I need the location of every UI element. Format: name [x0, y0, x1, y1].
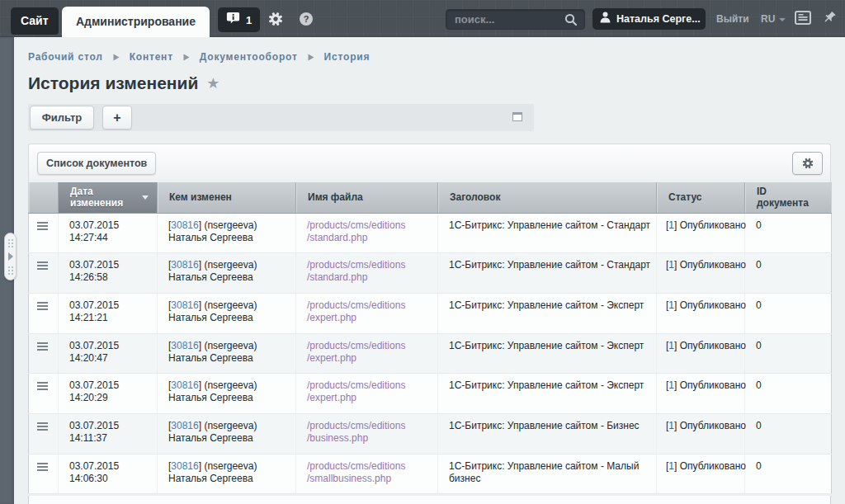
- status-cell: [1] Опубликовано: [657, 213, 745, 253]
- file-path-link[interactable]: /products/cms/editions/expert.php: [307, 340, 405, 365]
- user-id-link[interactable]: 30816: [171, 460, 198, 472]
- breadcrumb-arrow-icon: [183, 54, 190, 61]
- title-cell: 1С-Битрикс: Управление сайтом - Стандарт: [438, 253, 657, 294]
- expand-arrow-icon: [8, 252, 13, 261]
- date-cell: 03.07.201514:20:29: [59, 374, 158, 414]
- status-cell: [1] Опубликовано: [657, 374, 745, 414]
- row-actions-cell: [29, 374, 59, 414]
- user-menu-button[interactable]: Наталья Серге...: [592, 8, 706, 30]
- user-id-link[interactable]: 30816: [171, 299, 198, 311]
- file-path-link[interactable]: /products/cms/editions/expert.php: [307, 379, 405, 404]
- table-row: 03.07.201514:20:47[30816] (nsergeeva)Нат…: [29, 333, 832, 374]
- editor-cell: [30816] (nsergeeva)Наталья Сергеева: [158, 293, 296, 333]
- file-cell: /products/cms/editions/expert.php: [296, 293, 438, 333]
- user-name: Наталья Серге...: [616, 13, 701, 25]
- grid-settings-button[interactable]: [792, 152, 823, 175]
- date-cell: 03.07.201514:27:44: [59, 213, 158, 253]
- column-header-status[interactable]: Статус: [657, 182, 745, 213]
- table-row: 03.07.201514:26:58[30816] (nsergeeva)Нат…: [29, 253, 832, 294]
- favorite-star-icon[interactable]: ★: [206, 74, 220, 92]
- status-cell: [1] Опубликовано: [657, 293, 745, 333]
- editor-cell: [30816] (nsergeeva)Наталья Сергеева: [158, 413, 296, 454]
- title-cell: 1С-Битрикс: Управление сайтом - Стандарт: [438, 213, 657, 253]
- row-menu-icon[interactable]: [37, 342, 48, 351]
- pin-icon[interactable]: [822, 10, 838, 29]
- breadcrumb-arrow-icon: [308, 54, 314, 61]
- row-menu-icon[interactable]: [37, 261, 48, 270]
- title-cell: 1С-Битрикс: Управление сайтом - Эксперт: [438, 333, 657, 374]
- search-icon[interactable]: [564, 13, 578, 30]
- user-id-link[interactable]: 30816: [171, 259, 198, 271]
- doc-id-cell: 0: [745, 293, 832, 333]
- desktop-panel-icon[interactable]: [795, 11, 811, 28]
- breadcrumb-item[interactable]: История: [324, 51, 371, 63]
- doc-id-cell: 0: [745, 413, 832, 454]
- sort-desc-icon: [142, 195, 149, 200]
- view-tab-document-list[interactable]: Список документов: [37, 152, 156, 175]
- file-path-link[interactable]: /products/cms/editions/smallbusiness.php: [307, 460, 405, 485]
- row-actions-cell: [29, 413, 59, 454]
- column-header-file[interactable]: Имя файла: [296, 182, 438, 213]
- page-title: История изменений: [28, 74, 198, 92]
- breadcrumb: Рабочий столКонтентДокументооборотИстори…: [28, 51, 370, 63]
- file-path-link[interactable]: /products/cms/editions/business.php: [307, 420, 405, 445]
- svg-text:?: ?: [304, 14, 309, 24]
- date-cell: 03.07.201514:11:37: [59, 413, 158, 454]
- tab-administration[interactable]: Администрирование: [62, 7, 210, 37]
- collapsed-sidebar: [0, 37, 14, 504]
- status-cell: [1] Опубликовано: [657, 454, 745, 494]
- add-filter-button[interactable]: +: [102, 106, 132, 130]
- editor-cell: [30816] (nsergeeva)Наталья Сергеева: [158, 253, 296, 294]
- user-id-link[interactable]: 30816: [171, 219, 198, 231]
- sidebar-expand-handle[interactable]: [4, 233, 17, 280]
- file-cell: /products/cms/editions/standard.php: [296, 253, 438, 294]
- breadcrumb-item[interactable]: Документооборот: [200, 51, 298, 63]
- doc-id-cell: 0: [745, 213, 832, 253]
- column-header-editor[interactable]: Кем изменен: [158, 182, 296, 213]
- status-cell: [1] Опубликовано: [657, 253, 745, 294]
- column-header-date[interactable]: Дата изменения: [59, 182, 158, 213]
- table-row: 03.07.201514:27:44[30816] (nsergeeva)Нат…: [29, 213, 832, 253]
- search-input[interactable]: [455, 10, 562, 29]
- file-path-link[interactable]: /products/cms/editions/expert.php: [307, 299, 405, 324]
- title-cell: 1С-Битрикс: Управление сайтом - Эксперт: [438, 293, 657, 333]
- main-content: Рабочий столКонтентДокументооборотИстори…: [14, 37, 845, 504]
- breadcrumb-arrow-icon: [113, 54, 120, 61]
- row-menu-icon[interactable]: [37, 463, 48, 471]
- notifications-button[interactable]: 1: [218, 7, 260, 32]
- tab-site[interactable]: Сайт: [11, 7, 59, 35]
- filter-settings-icon[interactable]: [512, 112, 522, 121]
- logout-link[interactable]: Выйти: [716, 13, 749, 25]
- settings-gear-icon[interactable]: [268, 12, 283, 30]
- date-cell: 03.07.201514:06:30: [59, 454, 158, 494]
- topbar: Сайт Администрирование 1 ? Наталья Серге…: [0, 0, 845, 37]
- file-cell: /products/cms/editions/business.php: [296, 413, 438, 454]
- language-switcher[interactable]: RU: [761, 13, 786, 25]
- row-menu-icon[interactable]: [37, 382, 48, 390]
- editor-cell: [30816] (nsergeeva)Наталья Сергеева: [158, 454, 296, 494]
- doc-id-cell: 0: [745, 374, 832, 414]
- row-menu-icon[interactable]: [37, 422, 48, 431]
- help-icon[interactable]: ?: [299, 12, 314, 30]
- file-path-link[interactable]: /products/cms/editions/standard.php: [307, 219, 405, 244]
- column-header-menu: [29, 182, 59, 213]
- column-header-doc-id[interactable]: ID документа: [745, 182, 832, 213]
- file-path-link[interactable]: /products/cms/editions/standard.php: [307, 259, 405, 284]
- user-id-link[interactable]: 30816: [171, 420, 198, 431]
- user-id-link[interactable]: 30816: [171, 340, 198, 351]
- status-cell: [1] Опубликовано: [657, 413, 745, 454]
- row-menu-icon[interactable]: [37, 302, 48, 310]
- row-menu-icon[interactable]: [37, 222, 48, 230]
- notification-bubble-icon: [226, 12, 240, 28]
- table-row: 03.07.201514:21:21[30816] (nsergeeva)Нат…: [29, 293, 832, 333]
- breadcrumb-item[interactable]: Рабочий стол: [28, 51, 103, 63]
- file-cell: /products/cms/editions/expert.php: [296, 374, 438, 414]
- row-actions-cell: [29, 333, 59, 374]
- filter-button[interactable]: Фильтр: [30, 106, 94, 130]
- grid-toolbar: Список документов: [28, 144, 831, 182]
- status-cell: [1] Опубликовано: [657, 333, 745, 374]
- breadcrumb-item[interactable]: Контент: [130, 51, 173, 63]
- title-cell: 1С-Битрикс: Управление сайтом - Бизнес: [438, 413, 657, 454]
- user-id-link[interactable]: 30816: [171, 379, 198, 391]
- column-header-title[interactable]: Заголовок: [438, 182, 657, 213]
